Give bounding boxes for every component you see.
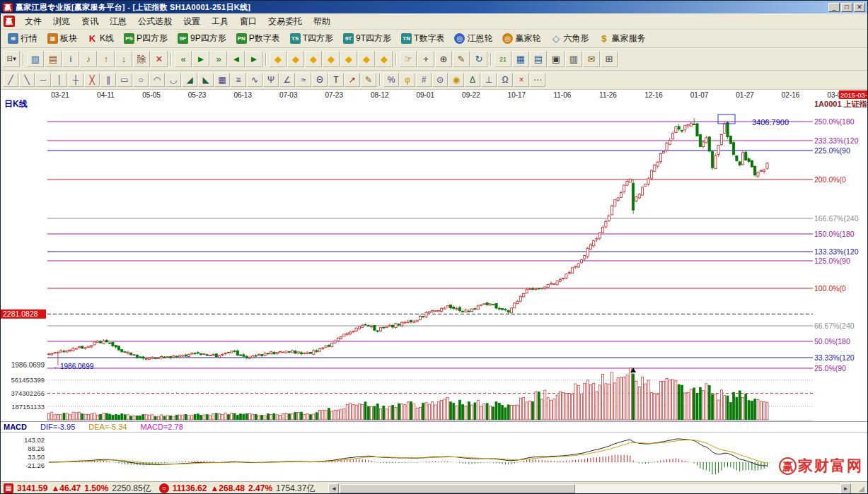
gann-wheel-button[interactable]: ◎江恩轮 xyxy=(450,30,497,47)
arc-down-tool[interactable]: ◡ xyxy=(166,73,181,87)
mark-down-icon[interactable]: ↓ xyxy=(115,51,132,67)
9t-square-button[interactable]: 9T9T四方形 xyxy=(339,30,395,47)
golden-section-tool[interactable]: φ xyxy=(400,73,415,87)
pitchfork-tool[interactable]: Ψ xyxy=(263,73,279,87)
arc-up-tool[interactable]: ◠ xyxy=(149,73,165,87)
sz-index-icon[interactable]: ○ xyxy=(159,483,169,493)
down-trend-line-tool[interactable]: ╲ xyxy=(19,73,35,87)
data-table-icon[interactable]: ▤ xyxy=(530,51,547,67)
trend-line-tool[interactable]: ╱ xyxy=(3,73,18,87)
winner-wheel-button[interactable]: ◎赢家轮 xyxy=(498,30,545,47)
period-day-dropdown[interactable]: 日▾ xyxy=(3,51,20,67)
menu-item-file[interactable]: 文件 xyxy=(19,13,47,30)
scroll-right-button[interactable]: ► xyxy=(840,483,851,494)
chart-area[interactable]: 03-2104-1105-0505-2306-1307-0307-2308-12… xyxy=(1,90,868,481)
support-line-tool[interactable]: ⊥ xyxy=(481,73,497,87)
refresh-icon[interactable]: ↻ xyxy=(470,51,487,67)
kline-button[interactable]: KK线 xyxy=(83,30,118,47)
sound-icon[interactable]: ♪ xyxy=(80,51,97,67)
menu-item-window[interactable]: 窗口 xyxy=(234,13,262,30)
scrollbar-thumb[interactable] xyxy=(340,484,575,493)
gann-diamond-4[interactable]: ◆ xyxy=(323,51,340,67)
print-icon[interactable]: ▥ xyxy=(565,51,582,67)
toolbox-icon[interactable]: ⊞ xyxy=(601,51,618,67)
quotes-button[interactable]: ⊞行情 xyxy=(4,30,42,47)
percent-tool[interactable]: % xyxy=(383,73,399,87)
pencil-tool-icon[interactable]: ✎ xyxy=(453,51,470,67)
winner-service-button[interactable]: $赢家服务 xyxy=(594,30,649,47)
fib-retracement-tool[interactable]: ≡ xyxy=(231,73,246,87)
ex-rights-icon[interactable]: 除 xyxy=(133,51,150,67)
gann-diamond-2[interactable]: ◆ xyxy=(287,51,304,67)
close-button[interactable]: ✕ xyxy=(854,3,865,12)
t-square-button[interactable]: TST四方形 xyxy=(286,30,337,47)
stock-pick-icon[interactable]: ▥ xyxy=(27,51,44,67)
zoom-tool-icon[interactable]: ⊕ xyxy=(435,51,452,67)
menu-item-settings[interactable]: 设置 xyxy=(178,13,206,30)
mark-up-icon[interactable]: ↑ xyxy=(98,51,115,67)
mail-icon[interactable]: ✉ xyxy=(583,51,600,67)
p-number-table-button[interactable]: PNP数字表 xyxy=(232,30,284,47)
time-cycle-tool[interactable]: Θ xyxy=(312,73,328,87)
jump-last-icon[interactable]: » xyxy=(210,51,227,67)
menu-item-browse[interactable]: 浏览 xyxy=(47,13,76,30)
angle-tool[interactable]: ∠ xyxy=(279,73,295,87)
blocks-button[interactable]: ▦板块 xyxy=(43,30,81,47)
play-icon[interactable]: ► xyxy=(192,51,209,67)
quote-report-icon[interactable]: ▤ xyxy=(45,51,62,67)
menu-item-formula-stock-pick[interactable]: 公式选股 xyxy=(132,13,178,30)
x-cross-line-tool[interactable]: ╳ xyxy=(84,73,100,87)
arrow-annotation-tool[interactable]: ↗ xyxy=(345,73,360,87)
parallel-channel-tool[interactable]: ∥ xyxy=(100,73,116,87)
maximize-button[interactable]: □ xyxy=(841,3,852,12)
crosshair-tool-icon[interactable]: + xyxy=(417,51,434,67)
minimize-button[interactable]: _ xyxy=(828,3,840,12)
price-channel-tool[interactable]: # xyxy=(416,73,432,87)
delta-measure-tool[interactable]: Δ xyxy=(465,73,480,87)
target-circle-tool[interactable]: ⊙ xyxy=(432,73,448,87)
macd-indicator-label[interactable]: MACD xyxy=(4,423,27,431)
gann-diamond-5[interactable]: ◆ xyxy=(340,51,357,67)
sh-index-icon[interactable]: ▦ xyxy=(4,483,13,493)
gann-fan-up-tool[interactable]: ◢ xyxy=(182,73,197,87)
9p-square-button[interactable]: 9P9P四方形 xyxy=(173,30,231,47)
gann-diamond-1[interactable]: ◆ xyxy=(270,51,287,67)
gann-grid-tool[interactable]: ▦ xyxy=(214,73,230,87)
info-icon[interactable]: i xyxy=(62,51,79,67)
scroll-left-button[interactable]: ◄ xyxy=(328,483,339,494)
step-forward-icon[interactable]: ► xyxy=(245,51,262,67)
delete-mark-icon[interactable]: ✕ xyxy=(151,51,168,67)
circle-tool[interactable]: ○ xyxy=(133,73,149,87)
step-back-icon[interactable]: ◄ xyxy=(228,51,245,67)
vertical-line-tool[interactable]: │ xyxy=(52,73,67,87)
delete-line-tool[interactable]: × xyxy=(514,73,529,87)
menu-item-news[interactable]: 资讯 xyxy=(76,13,104,30)
gann-diamond-3[interactable]: ◆ xyxy=(305,51,322,67)
cycle-wave-tool[interactable]: ≈ xyxy=(296,73,311,87)
calendar-21-icon[interactable]: 21 xyxy=(494,51,511,67)
gold-mark-tool[interactable]: ◉ xyxy=(449,73,464,87)
menu-item-help[interactable]: 帮助 xyxy=(308,13,336,30)
text-tool[interactable]: T xyxy=(328,73,344,87)
magnet-tool[interactable]: Ω xyxy=(497,73,513,87)
hand-tool-icon[interactable]: ☞ xyxy=(400,51,417,67)
gann-fan-down-tool[interactable]: ◣ xyxy=(198,73,214,87)
gann-diamond-7[interactable]: ◆ xyxy=(376,51,393,67)
menu-item-trade-order[interactable]: 交易委托 xyxy=(262,13,308,30)
jump-first-icon[interactable]: « xyxy=(175,51,192,67)
line-settings-tool[interactable]: ⋯ xyxy=(530,73,545,87)
p-square-button[interactable]: PSP四方形 xyxy=(120,30,172,47)
menu-item-tools[interactable]: 工具 xyxy=(206,13,234,30)
t-number-table-button[interactable]: TNT数字表 xyxy=(397,30,449,47)
free-pencil-tool[interactable]: ✎ xyxy=(361,73,376,87)
gann-diamond-6[interactable]: ◆ xyxy=(358,51,375,67)
menu-item-gann[interactable]: 江恩 xyxy=(104,13,132,30)
cross-line-tool[interactable]: ┼ xyxy=(68,73,83,87)
horizontal-line-tool[interactable]: ─ xyxy=(35,73,51,87)
rectangle-tool[interactable]: ▭ xyxy=(117,73,132,87)
scrollbar-track[interactable] xyxy=(339,483,840,494)
wave-tool[interactable]: ∿ xyxy=(247,73,262,87)
save-icon[interactable]: ▣ xyxy=(548,51,565,67)
hexagon-button[interactable]: ◇六角形 xyxy=(546,30,593,47)
resize-grip[interactable]: ◢ xyxy=(855,484,864,493)
